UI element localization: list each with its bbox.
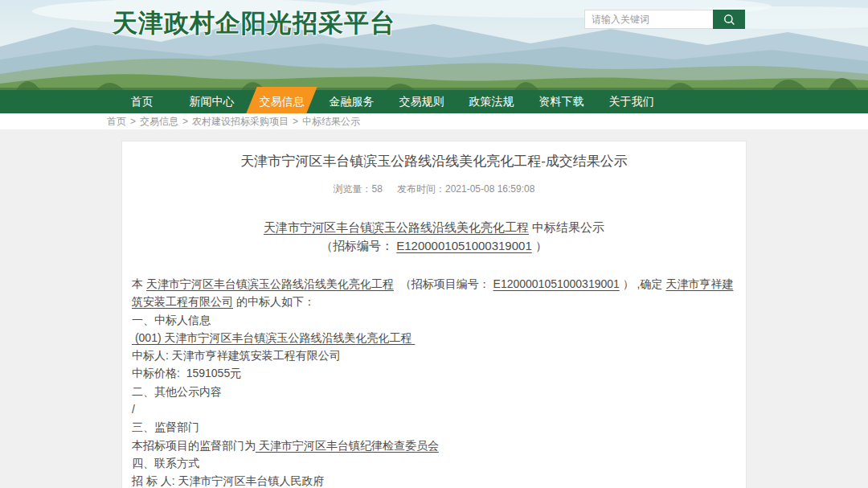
nav-item-3[interactable]: 金融服务 xyxy=(317,90,387,113)
body-line: 二、其他公示内容 xyxy=(132,383,736,400)
nav-item-6[interactable]: 资料下载 xyxy=(526,90,596,113)
body-line: (001) 天津市宁河区丰台镇滨玉公路线沿线美化亮化工程 xyxy=(132,329,736,347)
publish-time: 2021-05-08 16:59:08 xyxy=(445,183,534,195)
views-value: 58 xyxy=(372,183,383,195)
breadcrumb-separator: > xyxy=(182,116,188,127)
main-nav: 首页新闻中心交易信息金融服务交易规则政策法规资料下载关于我们 xyxy=(0,90,868,113)
nav-item-label: 新闻中心 xyxy=(190,95,235,109)
breadcrumb-item-2[interactable]: 农村建设招标采购项目 xyxy=(192,115,289,129)
plain-text: 二、其他公示内容 xyxy=(132,385,222,398)
nav-item-0[interactable]: 首页 xyxy=(107,90,177,113)
site-banner: 天津政村企阳光招采平台 xyxy=(0,0,868,90)
article-meta: 浏览量：58发布时间：2021-05-08 16:59:08 xyxy=(132,182,736,196)
plain-text: （招标编号： xyxy=(321,239,396,252)
nav-item-label: 资料下载 xyxy=(539,95,584,109)
article-title: 天津市宁河区丰台镇滨玉公路线沿线美化亮化工程-成交结果公示 xyxy=(132,152,736,170)
plain-text: / xyxy=(132,403,135,416)
body-line: 招 标 人: 天津市宁河区丰台镇人民政府 xyxy=(132,472,736,488)
nav-item-label: 交易信息 xyxy=(260,95,305,109)
nav-item-label: 首页 xyxy=(131,95,154,109)
article-body: 本 天津市宁河区丰台镇滨玉公路线沿线美化亮化工程 （招标项目编号： E12000… xyxy=(132,275,736,488)
subtitle-line: （招标编号： E1200001051000319001 ） xyxy=(132,236,736,255)
body-line: 中标价格: 1591055元 xyxy=(132,364,736,382)
underlined-text: 天津市宁河区丰台镇纪律检查委员会 xyxy=(256,439,439,452)
plain-text: 招 标 人: 天津市宁河区丰台镇人民政府 xyxy=(132,474,325,487)
publish-label: 发布时间： xyxy=(397,183,445,195)
plain-text: 的中标人如下： xyxy=(233,295,315,308)
underlined-text: E1200001051000319001 xyxy=(396,239,532,252)
plain-text: 一、中标人信息 xyxy=(132,314,211,326)
search-input[interactable] xyxy=(584,10,713,29)
views-label: 浏览量： xyxy=(334,183,372,195)
search-bar xyxy=(584,10,745,29)
breadcrumb-separator: > xyxy=(130,116,136,127)
plain-text: ） xyxy=(532,239,547,252)
breadcrumb-separator: > xyxy=(293,116,298,127)
nav-item-7[interactable]: 关于我们 xyxy=(596,90,666,113)
plain-text: ） ,确定 xyxy=(620,277,666,290)
site-title: 天津政村企阳光招采平台 xyxy=(113,6,395,40)
plain-text: 中标价格: 1591055元 xyxy=(132,367,241,379)
nav-item-label: 关于我们 xyxy=(609,95,654,109)
body-line: 三、监督部门 xyxy=(132,418,736,436)
body-line: 本 天津市宁河区丰台镇滨玉公路线沿线美化亮化工程 （招标项目编号： E12000… xyxy=(132,275,736,311)
search-button[interactable] xyxy=(713,10,745,29)
breadcrumb-item-1[interactable]: 交易信息 xyxy=(140,115,178,129)
plain-text: （招标项目编号： xyxy=(394,277,493,290)
nav-item-4[interactable]: 交易规则 xyxy=(387,90,457,113)
plain-text: 三、监督部门 xyxy=(132,420,199,433)
plain-text: 四、联系方式 xyxy=(132,457,199,470)
article-subtitle: 天津市宁河区丰台镇滨玉公路线沿线美化亮化工程 中标结果公示（招标编号： E120… xyxy=(132,218,736,255)
underlined-text: (001) 天津市宁河区丰台镇滨玉公路线沿线美化亮化工程 xyxy=(132,331,415,344)
body-line: 四、联系方式 xyxy=(132,454,736,472)
nav-item-label: 政策法规 xyxy=(469,95,514,109)
nav-item-label: 交易规则 xyxy=(399,95,444,109)
body-line: 中标人: 天津市亨祥建筑安装工程有限公司 xyxy=(132,347,736,364)
article-card: 天津市宁河区丰台镇滨玉公路线沿线美化亮化工程-成交结果公示 浏览量：58发布时间… xyxy=(121,141,747,488)
body-line: / xyxy=(132,400,736,418)
content-area: 天津市宁河区丰台镇滨玉公路线沿线美化亮化工程-成交结果公示 浏览量：58发布时间… xyxy=(0,129,868,488)
nav-item-5[interactable]: 政策法规 xyxy=(457,90,526,113)
plain-text: 中标结果公示 xyxy=(529,220,604,234)
breadcrumb: 首页>交易信息>农村建设招标采购项目>中标结果公示 xyxy=(0,113,868,129)
breadcrumb-item-0[interactable]: 首页 xyxy=(107,115,126,129)
nav-item-1[interactable]: 新闻中心 xyxy=(177,90,247,113)
search-icon xyxy=(723,14,735,26)
underlined-text: 天津市宁河区丰台镇滨玉公路线沿线美化亮化工程 xyxy=(146,277,394,290)
plain-text: 中标人: 天津市亨祥建筑安装工程有限公司 xyxy=(132,349,341,362)
nav-item-label: 金融服务 xyxy=(330,95,375,109)
plain-text: 本 xyxy=(132,277,146,290)
breadcrumb-item-3[interactable]: 中标结果公示 xyxy=(302,115,360,129)
plain-text: 本招标项目的监督部门为 xyxy=(132,439,256,452)
body-line: 本招标项目的监督部门为 天津市宁河区丰台镇纪律检查委员会 xyxy=(132,437,736,454)
body-line: 一、中标人信息 xyxy=(132,311,736,329)
underlined-text: E1200001051000319001 xyxy=(493,277,620,290)
nav-item-2[interactable]: 交易信息 xyxy=(247,90,317,113)
underlined-text: 天津市宁河区丰台镇滨玉公路线沿线美化亮化工程 xyxy=(264,220,529,234)
subtitle-line: 天津市宁河区丰台镇滨玉公路线沿线美化亮化工程 中标结果公示 xyxy=(132,218,736,236)
